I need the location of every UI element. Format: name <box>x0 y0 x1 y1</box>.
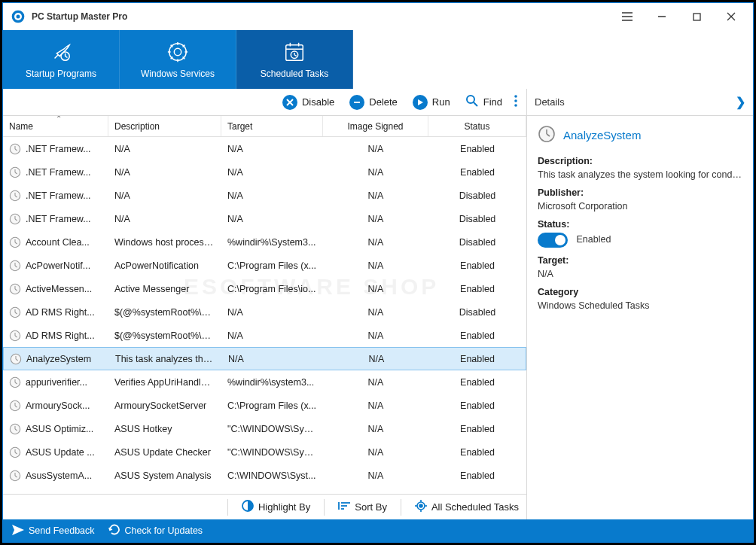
gear-icon <box>166 40 190 64</box>
svg-line-27 <box>474 102 477 106</box>
details-cat-label: Category <box>538 287 742 297</box>
svg-rect-7 <box>694 14 700 20</box>
details-panel: Details ❯ AnalyzeSystem Description: Thi… <box>527 89 753 519</box>
svg-point-2 <box>17 15 20 19</box>
table-row[interactable]: Account Clea...Windows host process (...… <box>3 230 526 254</box>
tab-scheduled-tasks[interactable]: Scheduled Tasks <box>236 30 353 89</box>
table-row[interactable]: .NET Framew...N/AN/AN/ADisabled <box>3 184 526 207</box>
details-status-value: Enabled <box>538 233 742 248</box>
send-icon <box>12 525 24 537</box>
action-toolbar: Disable Delete Run Find <box>3 89 526 116</box>
send-feedback-button[interactable]: Send Feedback <box>12 525 95 537</box>
table-row[interactable]: ASUS Update ...ASUS Update Checker"C:\WI… <box>3 440 526 464</box>
target-icon <box>415 500 427 514</box>
filter-bar: Highlight By Sort By All Scheduled Tasks <box>3 494 526 519</box>
kebab-icon <box>514 95 517 109</box>
search-icon <box>465 94 479 110</box>
titlebar: PC Startup Master Pro <box>3 3 753 30</box>
delete-icon <box>349 95 364 110</box>
table-row[interactable]: ActiveMessen...Active MessengerC:\Progra… <box>3 277 526 300</box>
status-toggle[interactable] <box>538 233 568 248</box>
table-row[interactable]: AsusSystemA...ASUS System AnalysisC:\WIN… <box>3 464 526 487</box>
disable-button[interactable]: Disable <box>275 90 342 114</box>
main-tabs: Startup Programs Windows Services Schedu… <box>3 30 753 89</box>
hamburger-button[interactable] <box>610 5 645 28</box>
tab-startup-programs[interactable]: Startup Programs <box>3 30 120 89</box>
svg-marker-90 <box>12 525 24 535</box>
clock-icon <box>538 125 556 145</box>
sort-by-button[interactable]: Sort By <box>338 501 387 513</box>
table-body[interactable]: .NET Framew...N/AN/AN/AEnabled.NET Frame… <box>3 137 526 494</box>
app-window: PC Startup Master Pro Startup Programs W… <box>2 2 754 543</box>
maximize-button[interactable] <box>679 5 714 28</box>
details-target-value: N/A <box>538 269 742 279</box>
table-row[interactable]: AD RMS Right...$(@%systemRoot%\Sys...N/A… <box>3 300 526 324</box>
chevron-right-icon: ❯ <box>736 95 745 109</box>
details-pub-value: Microsoft Corporation <box>538 201 742 212</box>
statusbar: Send Feedback Check for Updates <box>3 519 753 542</box>
svg-line-21 <box>294 55 297 56</box>
tab-windows-services[interactable]: Windows Services <box>120 30 236 89</box>
svg-point-30 <box>514 104 517 107</box>
svg-point-13 <box>174 48 181 55</box>
play-icon <box>413 95 428 110</box>
table-row[interactable]: .NET Framew...N/AN/AN/ADisabled <box>3 207 526 230</box>
sort-indicator-icon: ⌃ <box>56 116 62 123</box>
col-description[interactable]: Description <box>108 116 221 136</box>
table-row[interactable]: .NET Framew...N/AN/AN/AEnabled <box>3 160 526 184</box>
col-status[interactable]: Status <box>428 116 526 136</box>
main-panel: Disable Delete Run Find <box>3 89 527 519</box>
more-button[interactable] <box>510 90 522 114</box>
app-title: PC Startup Master Pro <box>32 11 610 22</box>
table-header: ⌃ Name Description Target Image Signed S… <box>3 116 526 137</box>
minimize-button[interactable] <box>645 5 679 28</box>
svg-point-28 <box>514 95 517 98</box>
close-button[interactable] <box>714 5 748 28</box>
refresh-icon <box>108 524 120 538</box>
details-header[interactable]: Details ❯ <box>527 89 753 116</box>
app-icon <box>11 9 26 24</box>
calendar-clock-icon <box>282 40 306 64</box>
rocket-icon <box>49 40 73 64</box>
details-desc-label: Description: <box>538 156 742 166</box>
table-row[interactable]: appuriverifier...Verifies AppUriHandler … <box>3 370 526 394</box>
table-row[interactable]: AnalyzeSystemThis task analyzes the sy..… <box>3 347 526 370</box>
col-signed[interactable]: Image Signed <box>323 116 428 136</box>
task-table: ESOFTWARE SHOP ⌃ Name Description Target… <box>3 116 526 494</box>
svg-point-26 <box>467 96 474 103</box>
table-row[interactable]: AD RMS Right...$(@%systemRoot%\Sys...N/A… <box>3 324 526 347</box>
run-button[interactable]: Run <box>405 90 458 114</box>
col-target[interactable]: Target <box>221 116 323 136</box>
table-row[interactable]: AcPowerNotif...AcPowerNotificationC:\Pro… <box>3 254 526 277</box>
svg-line-12 <box>66 56 68 58</box>
highlight-icon <box>242 500 254 514</box>
sort-icon <box>338 501 350 513</box>
details-title: AnalyzeSystem <box>538 125 742 145</box>
svg-point-29 <box>514 99 517 102</box>
check-updates-button[interactable]: Check for Updates <box>108 524 203 538</box>
details-target-label: Target: <box>538 255 742 266</box>
svg-marker-25 <box>418 99 423 105</box>
table-row[interactable]: ArmourySock...ArmourySocketServerC:\Prog… <box>3 394 526 417</box>
table-row[interactable]: ASUS Optimiz...ASUS Hotkey"C:\WINDOWS\Sy… <box>3 417 526 440</box>
find-button[interactable]: Find <box>458 90 510 114</box>
disable-icon <box>282 95 297 110</box>
details-pub-label: Publisher: <box>538 187 742 198</box>
details-status-label: Status: <box>538 219 742 230</box>
details-desc-value: This task analyzes the system looking fo… <box>538 169 742 180</box>
details-cat-value: Windows Scheduled Tasks <box>538 300 742 311</box>
delete-button[interactable]: Delete <box>342 90 405 114</box>
content-area: Disable Delete Run Find <box>3 89 753 519</box>
filter-button[interactable]: All Scheduled Tasks <box>415 500 519 514</box>
table-row[interactable]: .NET Framew...N/AN/AN/AEnabled <box>3 137 526 160</box>
svg-point-82 <box>419 504 422 507</box>
highlight-by-button[interactable]: Highlight By <box>242 500 310 514</box>
